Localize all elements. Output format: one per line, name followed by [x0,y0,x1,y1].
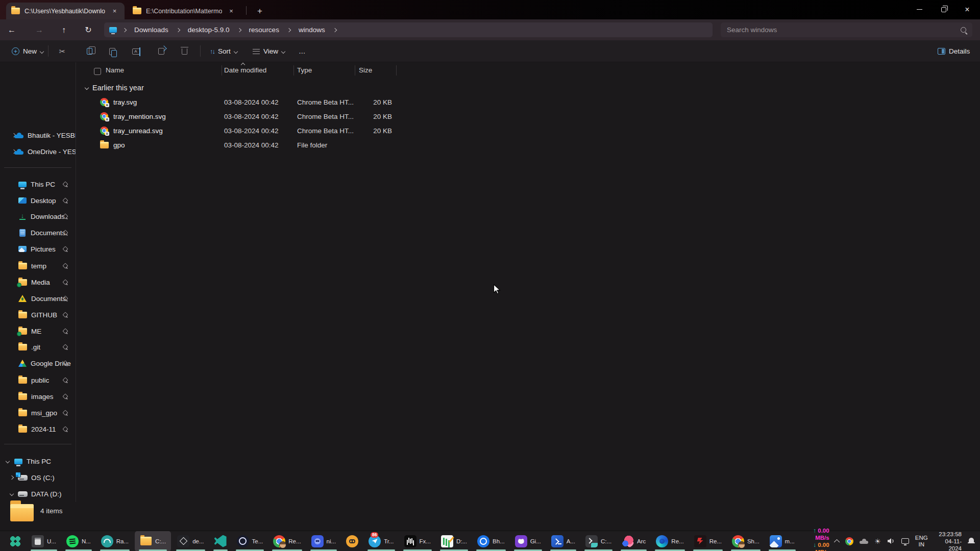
sidebar-item-2024-11[interactable]: 2024-11 [0,422,76,436]
language-switcher[interactable]: ENG IN [915,535,928,548]
taskbar-app-terminal[interactable]: C:... [580,531,617,551]
file-row[interactable]: tray_unread.svg 03-08-2024 00:42 Chrome … [76,123,433,138]
start-button[interactable] [4,531,27,551]
taskbar-app-media[interactable]: D:... [436,531,472,551]
cut-button[interactable]: ✂ [53,43,71,59]
maximize-button[interactable] [932,0,955,19]
taskbar-app-fxsound[interactable]: Fx... [399,531,436,551]
tab-close-icon[interactable]: × [227,6,236,16]
network-speed-widget[interactable]: ↑0.00 MB/s ↓0.00 MB/s [800,527,829,551]
sidebar-item-downloads[interactable]: ↓ Downloads [0,210,76,223]
breadcrumb-windows[interactable]: windows [297,25,327,35]
file-row[interactable]: tray_mention.svg 03-08-2024 00:42 Chrome… [76,109,433,123]
taskbar-app-chrome-profile[interactable]: Re... [268,531,306,551]
taskbar-app-obs[interactable]: Te... [232,531,268,551]
volume-tray-icon[interactable] [887,538,895,544]
sidebar-item-documents[interactable]: Documents [0,226,76,239]
chrome-tray-icon[interactable] [845,537,853,545]
taskbar-app-photos[interactable]: m... [765,531,800,551]
copy-button[interactable] [80,43,99,59]
back-button[interactable]: ← [4,22,19,37]
column-separator[interactable] [396,65,397,76]
taskbar-app-discord[interactable] [341,531,363,551]
new-button[interactable]: + New [7,43,48,59]
hidden-icons-chevron[interactable] [834,539,840,544]
tree-item-os-c[interactable]: OS (C:) [0,471,76,484]
column-header-name[interactable]: Name [106,66,124,74]
breadcrumb-resources[interactable]: resources [247,25,281,35]
view-button[interactable]: View [248,43,289,59]
sort-label: Sort [218,47,231,55]
brightness-tray-icon[interactable]: ☀ [874,537,881,545]
sidebar-item-google-drive[interactable]: Google Drive [0,357,76,370]
forward-button[interactable]: → [32,22,47,37]
minimize-button[interactable] [908,0,931,19]
refresh-button[interactable]: ↻ [81,22,96,37]
taskbar-app-powershell[interactable]: A... [546,531,580,551]
sidebar-item-me[interactable]: ME [0,324,76,338]
tree-item-data-d[interactable]: DATA (D:) [0,487,76,500]
taskbar-app-1password[interactable]: Bh... [472,531,510,551]
sidebar-item-temp[interactable]: temp [0,259,76,272]
column-header-size[interactable]: Size [359,66,372,74]
file-row[interactable]: gpo 03-08-2024 00:42 File folder [76,138,433,152]
sort-button[interactable]: ↑↓ Sort [205,43,242,59]
taskbar-app-desktop3d[interactable]: de... [172,531,209,551]
taskbar-app-unigram[interactable]: U... [27,531,61,551]
taskbar-app-explorer[interactable]: C:... [135,531,171,551]
taskbar-app-rs[interactable]: Re... [689,531,727,551]
paste-button[interactable] [103,43,121,59]
sidebar-item-images[interactable]: images [0,390,76,403]
column-header-date[interactable]: Date modified [224,66,266,74]
select-all-checkbox[interactable] [94,68,101,75]
search-input[interactable]: Search windows [721,22,972,37]
taskbar-app-spotify[interactable]: N... [61,531,96,551]
new-tab-button[interactable]: + [253,5,266,18]
address-field[interactable]: Downloads desktop-5.9.0 resources window… [104,22,713,37]
sidebar-item-pictures[interactable]: Pictures [0,242,76,256]
sidebar-item-github[interactable]: GITHUB [0,308,76,321]
taskbar-app-messenger[interactable]: ni... [306,531,341,551]
taskbar-app-vscode-insiders[interactable] [209,531,232,551]
taskbar-app-github[interactable]: Gi... [510,531,546,551]
tab-close-icon[interactable]: × [110,6,119,16]
tree-item-this-pc[interactable]: This PC [0,455,76,468]
cast-display-tray-icon[interactable] [901,538,909,544]
sidebar-item-msi-gpo[interactable]: msi_gpo [0,406,76,419]
sidebar-item-desktop[interactable]: Desktop [0,194,76,207]
sidebar-item-media[interactable]: Media [0,276,76,289]
notification-bell-icon[interactable] [968,538,975,544]
taskbar-app-chrome[interactable]: Sh... [727,531,765,551]
up-button[interactable]: ↑ [56,22,71,37]
share-button[interactable] [152,43,170,59]
clock-widget[interactable]: 23:23:58 04-11-2024 [934,531,962,551]
delete-button[interactable] [175,43,193,59]
file-row[interactable]: tray.svg 03-08-2024 00:42 Chrome Beta HT… [76,95,433,109]
taskbar-app-telegram[interactable]: 86Tr... [363,531,399,551]
sidebar-item-this-pc[interactable]: This PC [0,178,76,191]
sidebar-item-bhautik-cloud[interactable]: Bhautik - YESBH [0,129,76,142]
column-separator[interactable] [355,65,355,76]
taskbar-app-edge[interactable]: Re... [651,531,689,551]
details-pane-button[interactable]: Details [933,43,974,59]
close-button[interactable]: × [955,0,979,19]
column-separator[interactable] [222,65,222,76]
sidebar-item-onedrive-cloud[interactable]: OneDrive - YESE [0,145,76,158]
pin-icon [63,280,68,285]
breadcrumb-desktop-590[interactable]: desktop-5.9.0 [186,25,232,35]
sidebar-item-git[interactable]: .git [0,340,76,354]
rename-button[interactable]: A [127,43,145,59]
more-options-button[interactable]: … [294,43,310,59]
explorer-tab-1[interactable]: C:\Users\Yesbhautik\Downloa × [6,3,125,19]
column-separator[interactable] [293,65,294,76]
file-size: 20 KB [352,127,392,135]
explorer-tab-2[interactable]: E:\Contributation\Mattermost\v × [128,3,241,19]
column-header-type[interactable]: Type [297,66,312,74]
cloud-sync-tray-icon[interactable] [860,539,868,544]
sidebar-item-documents-drive[interactable]: Documents [0,292,76,305]
group-header[interactable]: Earlier this year [85,82,144,94]
breadcrumb-downloads[interactable]: Downloads [132,25,170,35]
sidebar-item-public[interactable]: public [0,373,76,387]
taskbar-app-arc[interactable]: Arc [617,531,651,551]
taskbar-app-radio[interactable]: Ra... [96,531,134,551]
